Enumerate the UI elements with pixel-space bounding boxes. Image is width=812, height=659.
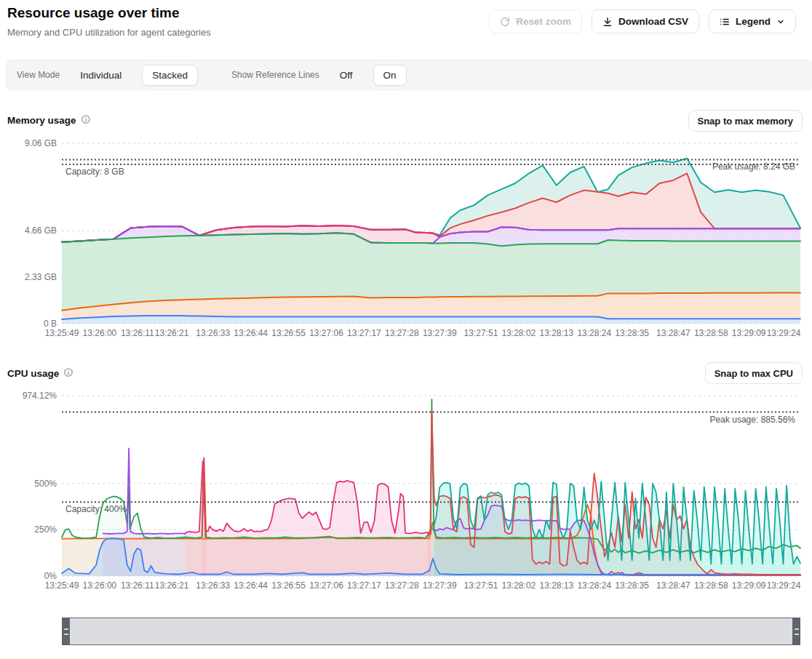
y-axis-tick: 4.66 GB — [0, 225, 57, 236]
toolbar: Reset zoom Download CSV Legend — [489, 9, 796, 33]
x-axis-tick: 13:28:02 — [502, 328, 536, 338]
x-axis-tick: 13:29:24 — [767, 328, 801, 338]
timeline-brush[interactable] — [62, 618, 800, 645]
y-axis-tick: 974.12% — [0, 391, 57, 401]
x-axis-tick: 13:27:51 — [464, 328, 498, 338]
resource-usage-dashboard: Resource usage over time Memory and CPU … — [0, 0, 812, 659]
x-axis-tick: 13:28:02 — [502, 580, 536, 591]
x-axis-tick: 13:28:13 — [539, 580, 573, 591]
x-axis-tick: 13:27:51 — [464, 580, 498, 591]
x-axis-tick: 13:28:35 — [615, 580, 649, 591]
grip-icon — [64, 628, 68, 635]
download-icon — [602, 17, 613, 27]
x-axis-tick: 13:26:00 — [83, 328, 117, 338]
cpu-chart[interactable]: Peak usage: 885.56%Capacity: 400%974.12%… — [0, 387, 812, 599]
x-axis-tick: 13:27:28 — [385, 580, 419, 591]
brush-left-handle[interactable] — [62, 618, 70, 645]
chart-controls-bar: View Mode Individual Stacked Show Refere… — [6, 60, 812, 90]
reference-line-label: Capacity: 8 GB — [65, 167, 124, 177]
x-axis-tick: 13:26:33 — [196, 580, 230, 591]
snap-to-max-cpu-button[interactable]: Snap to max CPU — [705, 362, 803, 384]
x-axis-tick: 13:26:00 — [83, 580, 117, 591]
x-axis-tick: 13:26:44 — [234, 580, 268, 591]
reference-lines-on[interactable]: On — [373, 65, 407, 86]
view-mode-individual[interactable]: Individual — [70, 65, 132, 86]
y-axis-tick: 0 B — [0, 319, 57, 329]
x-axis-tick: 13:28:24 — [577, 328, 611, 338]
cpu-chart-canvas — [0, 387, 812, 599]
brush-right-handle[interactable] — [792, 618, 800, 645]
reference-lines-off[interactable]: Off — [330, 65, 363, 86]
x-axis-tick: 13:25:49 — [45, 580, 79, 591]
x-axis-tick: 13:27:06 — [309, 328, 343, 338]
refresh-icon — [500, 17, 510, 27]
y-axis-tick: 500% — [0, 479, 57, 489]
y-axis-tick: 9.06 GB — [0, 138, 57, 148]
download-csv-label: Download CSV — [618, 16, 688, 27]
list-icon — [720, 17, 730, 27]
x-axis-tick: 13:26:21 — [155, 580, 189, 591]
view-mode-label: View Mode — [17, 70, 60, 80]
x-axis-tick: 13:28:58 — [694, 580, 728, 591]
reset-zoom-button[interactable]: Reset zoom — [489, 9, 582, 33]
info-icon[interactable] — [63, 367, 73, 380]
x-axis-tick: 13:27:06 — [309, 580, 343, 591]
reference-line-label: Capacity: 400% — [65, 504, 127, 514]
x-axis-tick: 13:26:21 — [155, 328, 189, 338]
x-axis-tick: 13:26:11 — [121, 328, 154, 338]
memory-title-text: Memory usage — [7, 115, 76, 126]
memory-chart[interactable]: Peak usage: 8.24 GBCapacity: 8 GB9.06 GB… — [0, 135, 812, 347]
x-axis-tick: 13:26:33 — [196, 328, 230, 338]
y-axis-tick: 250% — [0, 524, 57, 535]
y-axis-tick: 0% — [0, 571, 57, 581]
download-csv-button[interactable]: Download CSV — [592, 9, 699, 33]
page-subtitle: Memory and CPU utilization for agent cat… — [7, 27, 211, 38]
x-axis-tick: 13:28:58 — [694, 328, 728, 338]
show-reference-lines-label: Show Reference Lines — [231, 70, 319, 80]
x-axis-tick: 13:28:13 — [539, 328, 573, 338]
x-axis-tick: 13:28:24 — [577, 580, 611, 591]
legend-label: Legend — [736, 16, 771, 27]
x-axis-tick: 13:26:55 — [271, 580, 306, 591]
x-axis-tick: 13:29:09 — [732, 328, 766, 338]
x-axis-tick: 13:26:55 — [271, 328, 306, 338]
y-axis-tick: 2.33 GB — [0, 272, 57, 282]
grip-icon — [795, 628, 799, 635]
reference-line-label: Peak usage: 8.24 GB — [712, 161, 795, 172]
x-axis-tick: 13:27:17 — [347, 580, 381, 591]
info-icon[interactable] — [81, 114, 91, 127]
x-axis-tick: 13:28:35 — [615, 328, 649, 338]
legend-dropdown-button[interactable]: Legend — [709, 9, 796, 33]
x-axis-tick: 13:27:28 — [385, 328, 419, 338]
x-axis-tick: 13:26:44 — [234, 328, 268, 338]
chevron-down-icon — [776, 17, 785, 26]
x-axis-tick: 13:27:39 — [423, 328, 457, 338]
view-mode-stacked[interactable]: Stacked — [142, 65, 198, 86]
cpu-title-text: CPU usage — [7, 368, 59, 379]
page-title: Resource usage over time — [7, 5, 180, 21]
x-axis-tick: 13:28:47 — [656, 580, 690, 591]
x-axis-tick: 13:29:24 — [767, 580, 801, 591]
cpu-section-title: CPU usage — [7, 367, 73, 380]
x-axis-tick: 13:27:17 — [347, 328, 381, 338]
x-axis-tick: 13:26:11 — [121, 580, 154, 591]
x-axis-tick: 13:27:39 — [423, 580, 457, 591]
x-axis-tick: 13:28:47 — [656, 328, 690, 338]
x-axis-tick: 13:25:49 — [45, 328, 79, 338]
snap-to-max-memory-button[interactable]: Snap to max memory — [688, 110, 803, 132]
reset-zoom-label: Reset zoom — [516, 16, 571, 27]
memory-section-title: Memory usage — [7, 114, 91, 127]
x-axis-tick: 13:29:09 — [732, 580, 766, 591]
reference-line-label: Peak usage: 885.56% — [710, 415, 795, 425]
